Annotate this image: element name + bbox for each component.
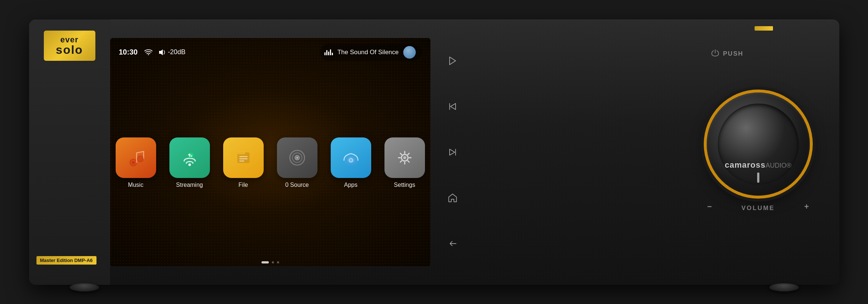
app-icon-source — [277, 137, 317, 178]
next-button[interactable] — [444, 144, 461, 160]
app-item-apps[interactable]: Apps — [331, 137, 371, 188]
screen: 10:30 — [110, 38, 431, 266]
svg-point-0 — [148, 54, 149, 55]
app-icon-apps — [331, 137, 371, 178]
foot-right — [769, 283, 799, 291]
app-item-music[interactable]: Music — [116, 137, 156, 188]
device-body: ever solo Master Edition DMP-A6 10:30 — [29, 20, 839, 285]
bottom-nav — [110, 258, 431, 266]
svg-point-19 — [403, 156, 406, 159]
app-icon-streaming — [169, 137, 210, 178]
svg-line-24 — [400, 153, 402, 155]
app-label-settings: Settings — [394, 182, 415, 188]
screen-content: 10:30 — [110, 38, 431, 266]
volume-knob[interactable]: camaross AUDIO® — [707, 92, 810, 196]
right-panel: PUSH camaross AUDIO® − VOLUME + — [475, 20, 839, 285]
svg-point-7 — [190, 154, 193, 157]
knob-container: camaross AUDIO® − VOLUME + — [707, 92, 810, 212]
app-item-file[interactable]: File — [223, 137, 264, 188]
music-bars-icon — [324, 49, 333, 55]
app-item-source[interactable]: 0 Source — [277, 137, 317, 188]
svg-line-27 — [400, 161, 402, 162]
left-panel: ever solo Master Edition DMP-A6 — [29, 20, 110, 285]
app-label-music: Music — [128, 182, 144, 188]
app-icon-settings — [384, 137, 425, 178]
audio-suffix: AUDIO® — [766, 162, 791, 170]
svg-point-17 — [349, 158, 353, 162]
volume-value: -20dB — [168, 48, 186, 56]
side-controls — [438, 38, 467, 266]
svg-rect-9 — [237, 151, 245, 154]
svg-point-3 — [132, 161, 135, 164]
app-item-settings[interactable]: Settings — [384, 137, 425, 188]
now-playing-title: The Sound Of Silence — [337, 49, 398, 56]
apps-row: Music — [116, 137, 425, 188]
status-left: 10:30 — [119, 48, 186, 56]
app-label-file: File — [239, 182, 248, 188]
app-icon-music — [116, 137, 156, 178]
power-area: PUSH — [711, 49, 743, 59]
avatar — [403, 46, 416, 59]
model-label: Master Edition DMP-A6 — [36, 256, 96, 265]
nav-dot-3[interactable] — [277, 261, 279, 263]
brand-ever: ever — [60, 36, 78, 44]
wifi-icon — [144, 49, 152, 56]
svg-line-25 — [408, 161, 409, 162]
app-label-streaming: Streaming — [176, 182, 203, 188]
foot-left — [70, 283, 99, 291]
app-grid: Music — [110, 64, 431, 258]
home-button[interactable] — [444, 190, 461, 206]
now-playing-bar[interactable]: The Sound Of Silence — [320, 44, 421, 61]
device-feet — [70, 283, 799, 291]
app-item-streaming[interactable]: Streaming — [169, 137, 210, 188]
volume-label: VOLUME — [741, 205, 775, 212]
app-label-source: 0 Source — [285, 182, 309, 188]
push-label: PUSH — [723, 50, 743, 57]
nav-dot-1[interactable] — [261, 261, 269, 263]
brand-badge: ever solo — [44, 31, 95, 61]
app-label-apps: Apps — [344, 182, 357, 188]
back-button[interactable] — [444, 235, 461, 252]
volume-display: -20dB — [159, 48, 186, 56]
knob-indicator — [757, 172, 759, 183]
volume-plus-label[interactable]: + — [804, 202, 809, 212]
prev-button[interactable] — [444, 98, 461, 115]
nav-dot-2[interactable] — [272, 261, 274, 263]
svg-line-26 — [408, 153, 409, 155]
app-icon-file — [223, 137, 264, 178]
screen-container: 10:30 — [110, 38, 431, 266]
avatar-image — [403, 46, 416, 59]
volume-minus-label[interactable]: − — [707, 202, 712, 212]
svg-point-4 — [137, 156, 143, 162]
svg-rect-1 — [159, 51, 161, 54]
play-button[interactable] — [444, 53, 461, 69]
svg-point-5 — [188, 163, 191, 166]
clock-display: 10:30 — [119, 48, 138, 56]
power-icon[interactable] — [711, 49, 719, 59]
status-bar: 10:30 — [110, 38, 431, 64]
brand-solo: solo — [56, 44, 83, 56]
svg-point-16 — [296, 157, 298, 158]
camaross-label: camaross — [725, 160, 766, 170]
